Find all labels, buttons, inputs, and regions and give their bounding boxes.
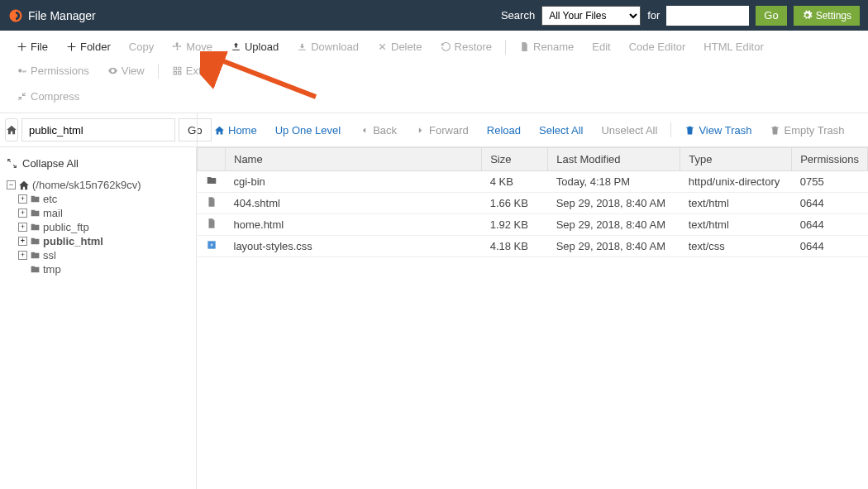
svg-text:#: # — [210, 243, 212, 247]
edit-button[interactable]: Edit — [584, 36, 618, 58]
copy-button[interactable]: Copy — [121, 36, 162, 58]
file-name: layout-styles.css — [226, 236, 482, 257]
svg-point-0 — [18, 69, 21, 72]
nav-empty-trash-button[interactable]: Empty Trash — [761, 119, 852, 141]
file-name: cgi-bin — [226, 171, 482, 193]
permissions-button[interactable]: Permissions — [8, 60, 98, 82]
tree-item[interactable]: +mail — [7, 206, 189, 220]
home-icon — [214, 125, 225, 136]
file-modified: Sep 29, 2018, 8:40 AM — [548, 193, 680, 214]
tree-item-label: public_html — [43, 235, 103, 247]
col-type-header[interactable]: Type — [680, 148, 792, 171]
file-size: 1.92 KB — [482, 214, 548, 236]
tree-toggle-icon[interactable]: + — [18, 251, 27, 260]
for-label: for — [647, 9, 660, 22]
nav-view-trash-button[interactable]: View Trash — [676, 119, 760, 141]
file-modified: Sep 29, 2018, 8:40 AM — [548, 214, 680, 236]
folder-icon — [30, 222, 41, 233]
nav-forward-button[interactable]: Forward — [407, 119, 477, 141]
col-permissions-header[interactable]: Permissions — [792, 148, 868, 171]
close-icon — [377, 41, 388, 52]
plus-icon — [17, 41, 27, 52]
key-icon — [17, 65, 27, 76]
nav-unselect-all-button[interactable]: Unselect All — [593, 119, 665, 141]
file-type-icon — [198, 214, 226, 236]
nav-back-button[interactable]: Back — [351, 119, 405, 141]
col-modified-header[interactable]: Last Modified — [548, 148, 680, 171]
tree-item-label: mail — [43, 207, 63, 219]
path-home-button[interactable] — [5, 118, 18, 141]
eye-icon — [107, 65, 118, 76]
search-input[interactable] — [666, 6, 749, 26]
collapse-all-button[interactable]: Collapse All — [7, 154, 189, 173]
tree-item[interactable]: +ssl — [7, 248, 189, 262]
col-name-header[interactable]: Name — [226, 148, 482, 171]
col-size-header[interactable]: Size — [482, 148, 548, 171]
file-type: text/html — [680, 214, 792, 236]
tree-item[interactable]: +etc — [7, 192, 189, 206]
search-label: Search — [501, 9, 535, 22]
extract-button[interactable]: Extract — [164, 60, 227, 82]
file-name: home.html — [226, 214, 482, 236]
file-type: text/html — [680, 193, 792, 214]
file-name: 404.shtml — [226, 193, 482, 214]
body-area: Collapse All − (/home/sk15n762k9cv) +etc… — [0, 147, 868, 489]
search-scope-select[interactable]: All Your Files — [541, 6, 641, 26]
nav-separator — [670, 122, 671, 137]
navigation-bar: Go Home Up One Level Back Forward Reload… — [0, 113, 868, 147]
delete-button[interactable]: Delete — [369, 36, 431, 58]
col-icon-header[interactable] — [198, 148, 226, 171]
view-button[interactable]: View — [99, 60, 153, 82]
file-table: Name Size Last Modified Type Permissions… — [197, 147, 868, 257]
folder-tree: − (/home/sk15n762k9cv) +etc+mail+public_… — [7, 178, 189, 276]
tree-toggle-icon[interactable]: − — [7, 180, 16, 189]
toolbar-separator — [158, 64, 159, 79]
tree-item[interactable]: +public_ftp — [7, 220, 189, 234]
restore-icon — [441, 41, 451, 52]
tree-toggle-icon[interactable]: + — [18, 209, 27, 218]
folder-icon — [30, 236, 41, 247]
path-input[interactable] — [21, 118, 175, 141]
settings-button[interactable]: Settings — [794, 6, 860, 26]
new-folder-button[interactable]: Folder — [58, 36, 119, 58]
tree-item-label: etc — [43, 193, 57, 205]
table-row[interactable]: home.html1.92 KBSep 29, 2018, 8:40 AMtex… — [198, 214, 868, 236]
nav-select-all-button[interactable]: Select All — [531, 119, 591, 141]
html-editor-button[interactable]: HTML Editor — [695, 36, 771, 58]
folder-tree-sidebar: Collapse All − (/home/sk15n762k9cv) +etc… — [0, 147, 197, 489]
app-header: File Manager Search All Your Files for G… — [0, 0, 868, 31]
nav-reload-button[interactable]: Reload — [479, 119, 529, 141]
file-modified: Sep 29, 2018, 8:40 AM — [548, 236, 680, 257]
tree-toggle-icon[interactable]: + — [18, 237, 27, 246]
table-row[interactable]: #layout-styles.css4.18 KBSep 29, 2018, 8… — [198, 236, 868, 257]
file-permissions: 0755 — [792, 171, 868, 193]
nav-home-button[interactable]: Home — [206, 119, 265, 141]
arrow-right-icon — [415, 125, 426, 136]
table-row[interactable]: 404.shtml1.66 KBSep 29, 2018, 8:40 AMtex… — [198, 193, 868, 214]
compress-button[interactable]: Compress — [8, 85, 88, 108]
move-button[interactable]: Move — [164, 36, 221, 58]
tree-item[interactable]: +public_html — [7, 234, 189, 248]
tree-root[interactable]: − (/home/sk15n762k9cv) — [7, 178, 189, 192]
collapse-icon — [7, 158, 17, 169]
home-icon — [18, 180, 30, 191]
file-permissions: 0644 — [792, 193, 868, 214]
upload-button[interactable]: Upload — [222, 36, 287, 58]
table-row[interactable]: cgi-bin4 KBToday, 4:18 PMhttpd/unix-dire… — [198, 171, 868, 193]
file-modified: Today, 4:18 PM — [548, 171, 680, 193]
search-go-button[interactable]: Go — [756, 6, 786, 26]
app-title: File Manager — [28, 9, 96, 22]
restore-button[interactable]: Restore — [432, 36, 501, 58]
folder-icon — [30, 194, 41, 204]
rename-button[interactable]: Rename — [511, 36, 582, 58]
nav-up-button[interactable]: Up One Level — [267, 119, 350, 141]
tree-item[interactable]: tmp — [7, 262, 189, 276]
file-type: httpd/unix-directory — [680, 171, 792, 193]
new-file-button[interactable]: File — [8, 36, 56, 58]
tree-toggle-icon[interactable]: + — [18, 223, 27, 232]
tree-root-label: (/home/sk15n762k9cv) — [32, 179, 141, 191]
cpanel-logo-icon — [8, 8, 23, 23]
tree-toggle-icon[interactable]: + — [18, 194, 27, 204]
code-editor-button[interactable]: Code Editor — [621, 36, 694, 58]
download-button[interactable]: Download — [289, 36, 367, 58]
